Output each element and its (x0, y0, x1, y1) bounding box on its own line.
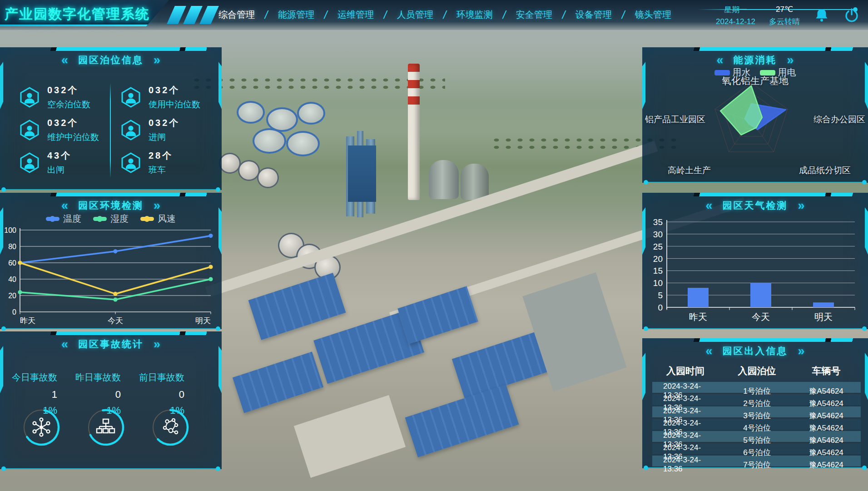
cell-berth: 7号泊位 (719, 460, 794, 470)
panel-next-icon[interactable]: » (154, 338, 160, 351)
legend-humidity[interactable]: 湿度 (93, 213, 129, 225)
panel-next-icon[interactable]: » (798, 345, 805, 357)
nav-item-comprehensive[interactable]: 综合管理 (213, 9, 261, 21)
panel-top-bar (0, 331, 222, 335)
panel-prev-icon[interactable]: « (705, 345, 712, 357)
svg-text:35: 35 (653, 217, 663, 227)
cell-plate: 豫A54624 (794, 411, 858, 421)
svg-text:15: 15 (653, 266, 663, 276)
parking-stats-grid: 032个 空余泊位数 032个 使用中泊位数 032个 维护中泊位数 032个 … (0, 76, 222, 182)
org-chart-icon (86, 408, 125, 447)
panel-title-row: « 园区环境检测 » (0, 199, 222, 212)
hexagon-user-icon (120, 152, 141, 173)
panel-title: 园区泊位信息 (78, 54, 144, 66)
power-icon[interactable] (843, 7, 860, 24)
panel-next-icon[interactable]: » (154, 200, 160, 212)
column-divider (110, 84, 111, 177)
svg-text:明天: 明天 (814, 312, 833, 322)
stat-value: 0 (67, 389, 121, 401)
cell-berth: 6号泊位 (719, 447, 794, 458)
panel-title: 园区环境检测 (78, 199, 144, 212)
cell-plate: 豫A54624 (794, 423, 858, 433)
hexagon-user-icon (120, 120, 141, 140)
header-bar: 产业园数字化管理系统 综合管理 / 能源管理 / 运维管理 / 人员管理 / 环… (0, 0, 868, 30)
panel-top-bar (642, 47, 868, 51)
panel-title-row: « 园区泊位信息 » (0, 54, 222, 66)
panel-prev-icon[interactable]: « (716, 54, 723, 66)
panel-bottom-line (645, 182, 865, 183)
svg-text:20: 20 (8, 292, 16, 300)
panel-next-icon[interactable]: » (154, 54, 160, 66)
panel-top-bar (0, 193, 222, 196)
stat-value: 0 (131, 389, 184, 401)
table-body: 2024-3-24-13:36 1号泊位 豫A54624 2024-3-24-1… (652, 382, 861, 468)
weekday-label: 星期一 (724, 5, 747, 15)
parking-stat-gate-out: 43个 出闸 (19, 146, 120, 179)
svg-text:今天: 今天 (108, 316, 123, 325)
legend-label: 湿度 (110, 213, 129, 225)
nav-item-operations[interactable]: 运维管理 (332, 9, 380, 21)
nav-item-energy[interactable]: 能源管理 (272, 9, 320, 21)
legend-label: 温度 (63, 213, 81, 225)
parking-stat-shuttle: 28个 班车 (120, 146, 222, 179)
panel-prev-icon[interactable]: « (705, 200, 712, 212)
legend-windspeed[interactable]: 风速 (140, 213, 176, 225)
legend-marker (140, 217, 154, 221)
nav-item-environment[interactable]: 环境监测 (451, 9, 499, 21)
table-header: 入园时间 入园泊位 车辆号 (651, 365, 860, 377)
stat-label: 进闸 (149, 131, 180, 143)
hexagon-user-icon (19, 87, 40, 108)
scene-clarifier-tank (286, 131, 320, 156)
table-row[interactable]: 2024-3-24-13:36 1号泊位 豫A54624 (652, 382, 861, 393)
bell-icon[interactable] (813, 7, 830, 24)
nav-item-personnel[interactable]: 人员管理 (391, 9, 439, 21)
scene-warehouse (405, 385, 519, 457)
scene-clarifier-tank (253, 128, 286, 154)
scene-clarifier-tank (237, 101, 265, 124)
scene-warehouse (397, 286, 478, 344)
panel-corner-left (0, 346, 3, 393)
panel-prev-icon[interactable]: « (61, 200, 68, 212)
weather-label: 多云转晴 (769, 16, 800, 27)
panel-prev-icon[interactable]: « (61, 54, 68, 66)
svg-text:明天: 明天 (195, 316, 211, 325)
panel-corner-right (865, 207, 868, 255)
panel-bottom-line (645, 328, 865, 329)
panel-prev-icon[interactable]: « (61, 338, 68, 351)
svg-text:30: 30 (653, 230, 663, 239)
scene-flat-roof (294, 395, 406, 478)
main-nav: 综合管理 / 能源管理 / 运维管理 / 人员管理 / 环境监测 / 安全管理 … (213, 0, 677, 29)
panel-next-icon[interactable]: » (798, 200, 805, 212)
nav-separator: / (259, 8, 273, 21)
svg-text:0: 0 (12, 308, 16, 316)
scene-warehouse (248, 273, 346, 340)
panel-next-icon[interactable]: » (787, 54, 794, 66)
legend-temperature[interactable]: 温度 (46, 213, 81, 225)
panel-bottom-line (3, 468, 218, 469)
nav-item-camera[interactable]: 镜头管理 (629, 9, 677, 21)
scene-tree-row (191, 76, 445, 93)
panel-corner-right (865, 353, 868, 400)
svg-text:40: 40 (8, 276, 16, 283)
svg-text:80: 80 (8, 243, 16, 251)
nav-separator: / (378, 8, 392, 21)
panel-accident-stats: « 园区事故统计 » 今日事故数 1 1% 昨日事故数 0 1% 前日事故数 0… (0, 331, 222, 469)
cell-berth: 2号泊位 (719, 398, 794, 409)
stat-label: 今日事故数 (4, 371, 57, 384)
nav-item-equipment[interactable]: 设备管理 (570, 9, 618, 21)
svg-text:20: 20 (653, 254, 663, 264)
nav-item-safety[interactable]: 安全管理 (510, 9, 558, 21)
scene-cooling-tower (429, 160, 459, 199)
svg-text:昨天: 昨天 (689, 312, 707, 322)
hexagon-user-icon (19, 152, 40, 173)
col-entry-berth: 入园泊位 (719, 365, 794, 377)
stat-value: 28个 (149, 150, 173, 162)
panel-title: 园区天气检测 (723, 199, 788, 212)
scene-storage-tank (257, 167, 279, 188)
svg-text:昨天: 昨天 (20, 316, 35, 325)
stat-label: 前日事故数 (131, 371, 184, 384)
cell-entry-time: 2024-3-24-13:36 (652, 456, 719, 474)
panel-energy-consumption: « 能源消耗 » 用水 用电 氧化铝生产基地 综合办公园区 成品纸分切区 高岭土… (642, 47, 868, 183)
stat-label: 使用中泊位数 (149, 99, 200, 110)
parking-stat-free: 032个 空余泊位数 (19, 81, 120, 114)
